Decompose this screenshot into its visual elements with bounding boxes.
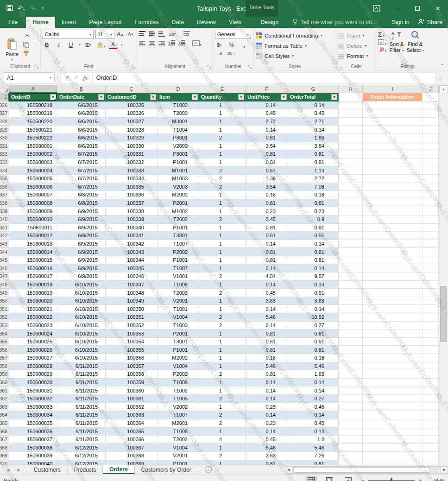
data-cell[interactable]: 2.71 [288,118,339,126]
data-cell[interactable]: T2002 [158,436,199,444]
data-cell[interactable]: 4 [199,436,246,444]
data-cell[interactable]: T1002 [158,386,199,395]
column-header-H[interactable]: H [339,85,363,93]
data-cell[interactable]: 0.81 [288,199,339,208]
name-box[interactable]: A1▾ [4,72,55,83]
column-header-B[interactable]: B [57,85,106,93]
data-cell[interactable]: 3.54 [246,142,288,151]
data-cell[interactable]: 2 [199,166,246,175]
data-cell[interactable]: 2 [199,419,246,428]
row-header-366[interactable]: 366 [0,427,9,436]
clipboard-dialog-launcher-icon[interactable] [35,64,39,69]
data-cell[interactable]: 150600027 [9,354,57,362]
page-layout-view-icon[interactable] [324,476,336,481]
empty-cell[interactable] [339,338,363,346]
empty-cell[interactable] [423,281,439,289]
data-cell[interactable]: 6/9/2015 [57,224,106,232]
empty-cell[interactable] [363,272,423,281]
data-cell[interactable]: 6/6/2015 [57,109,106,118]
data-cell[interactable]: 100353 [106,329,158,338]
empty-cell[interactable] [339,248,363,256]
data-cell[interactable]: 0.9 [288,215,339,224]
data-cell[interactable]: 150500221 [9,126,57,134]
data-cell[interactable]: 0.91 [288,289,339,297]
data-cell[interactable]: 150600016 [9,264,57,272]
column-header-E[interactable]: E [199,85,246,93]
data-cell[interactable]: 0.45 [288,109,339,118]
empty-cell[interactable] [423,289,439,297]
data-cell[interactable]: 5.46 [246,313,288,322]
empty-cell[interactable] [423,126,439,134]
number-dialog-launcher-icon[interactable] [248,64,252,69]
empty-cell[interactable] [339,207,363,215]
row-header-353[interactable]: 353 [0,322,9,330]
data-cell[interactable]: 1 [199,118,246,126]
data-cell[interactable]: 0.51 [246,232,288,240]
ribbon-display-options-icon[interactable] [366,0,387,17]
data-cell[interactable]: 6/6/2015 [57,101,106,110]
data-cell[interactable]: 1 [199,256,246,265]
row-header-341[interactable]: 341 [0,224,9,232]
data-cell[interactable]: 6/12/2015 [57,444,106,452]
data-cell[interactable]: M1002 [158,207,199,215]
row-header-343[interactable]: 343 [0,240,9,248]
row-header-351[interactable]: 351 [0,305,9,313]
data-cell[interactable]: 0.81 [246,346,288,354]
normal-view-icon[interactable] [305,476,317,481]
autosum-icon[interactable]: Σ ▾ [378,31,386,38]
data-cell[interactable]: 1 [199,191,246,199]
data-cell[interactable]: 100338 [106,207,158,215]
empty-cell[interactable] [363,427,423,436]
empty-cell[interactable] [363,232,423,240]
empty-cell[interactable] [363,329,423,338]
data-cell[interactable]: 2 [199,215,246,224]
empty-cell[interactable] [339,322,363,330]
data-cell[interactable]: 100360 [106,386,158,395]
filter-dropdown-icon[interactable]: ▼ [238,94,244,100]
data-cell[interactable]: 6/9/2015 [57,207,106,215]
data-cell[interactable]: 2 [199,134,246,142]
horizontal-scroll-track[interactable] [292,466,441,474]
data-cell[interactable]: 1 [199,379,246,387]
row-header-328[interactable]: 328 [0,118,9,126]
data-cell[interactable]: 100348 [106,289,158,297]
empty-cell[interactable] [363,101,423,110]
data-cell[interactable]: P2001 [158,199,199,208]
data-cell[interactable]: 3.54 [246,183,288,191]
filter-dropdown-icon[interactable]: ▼ [98,94,104,100]
data-cell[interactable]: 0.14 [288,427,339,436]
data-cell[interactable]: 150600023 [9,322,57,330]
data-cell[interactable]: 1 [199,199,246,208]
minimize-button[interactable]: — [387,0,407,17]
page-break-view-icon[interactable] [342,476,354,481]
shrink-font-button[interactable]: A▼ [126,30,135,38]
tab-insert[interactable]: Insert [55,17,82,28]
empty-cell[interactable] [423,379,439,387]
data-cell[interactable]: 6/11/2015 [57,386,106,395]
bold-button[interactable]: B [43,41,51,49]
data-cell[interactable]: 0.81 [246,248,288,256]
data-cell[interactable]: 100359 [106,379,158,387]
empty-cell[interactable] [339,158,363,167]
orientation-icon[interactable]: ab̷ ▾ [168,30,177,38]
data-cell[interactable]: 6/10/2015 [57,297,106,305]
empty-cell[interactable] [363,134,423,142]
data-cell[interactable]: 100354 [106,338,158,346]
data-cell[interactable]: V1004 [158,444,199,452]
row-header-334[interactable]: 334 [0,166,9,175]
empty-cell[interactable] [363,297,423,305]
row-header-354[interactable]: 354 [0,329,9,338]
data-cell[interactable]: 100347 [106,281,158,289]
data-cell[interactable]: 100364 [106,419,158,428]
data-cell[interactable]: 1 [199,329,246,338]
data-cell[interactable]: 0.14 [246,264,288,272]
data-cell[interactable]: 150600025 [9,338,57,346]
data-cell[interactable]: 100349 [106,297,158,305]
data-cell[interactable]: 100358 [106,370,158,379]
data-cell[interactable]: T1004 [158,126,199,134]
data-cell[interactable]: 0.27 [288,395,339,403]
data-cell[interactable]: 150600032 [9,395,57,403]
empty-cell[interactable] [339,166,363,175]
data-cell[interactable]: 100351 [106,313,158,322]
empty-cell[interactable] [423,248,439,256]
